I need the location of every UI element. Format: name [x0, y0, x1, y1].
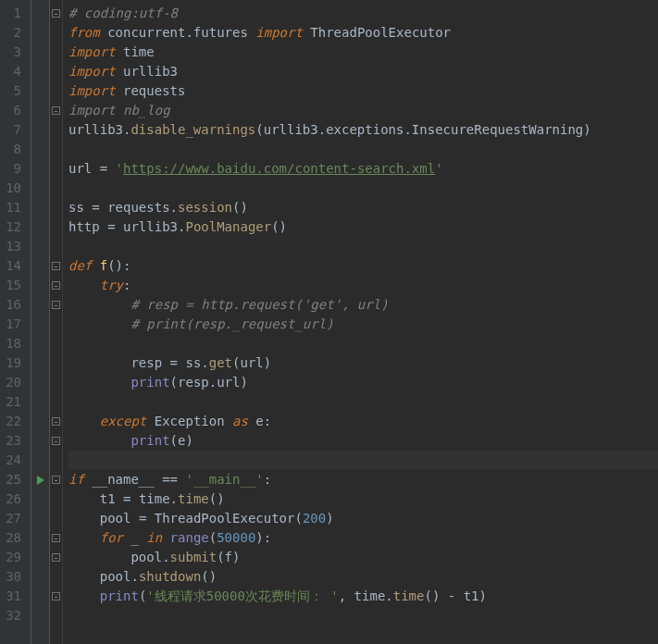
fold-handle[interactable]: -: [50, 276, 62, 295]
fold-handle[interactable]: [50, 353, 62, 373]
gutter-mark[interactable]: [31, 412, 49, 431]
code-line[interactable]: pool = ThreadPoolExecutor(200): [68, 509, 658, 528]
code-line[interactable]: [68, 451, 658, 470]
code-line[interactable]: if __name__ == '__main__':: [68, 470, 658, 489]
gutter-mark[interactable]: [31, 198, 49, 217]
line-number[interactable]: 16: [6, 295, 21, 315]
gutter-mark[interactable]: [31, 101, 49, 120]
gutter-mark[interactable]: [31, 237, 49, 256]
line-number[interactable]: 5: [6, 81, 21, 101]
fold-handle[interactable]: [50, 373, 62, 392]
fold-handle[interactable]: -: [50, 548, 62, 567]
gutter-mark[interactable]: [31, 295, 49, 315]
code-line[interactable]: # resp = http.request('get', url): [68, 295, 658, 315]
code-line[interactable]: from concurrent.futures import ThreadPoo…: [68, 23, 658, 43]
line-number[interactable]: 11: [6, 198, 21, 217]
gutter-mark[interactable]: [31, 256, 49, 276]
fold-handle[interactable]: [50, 606, 62, 625]
line-number[interactable]: 3: [6, 43, 21, 62]
line-number[interactable]: 2: [6, 23, 21, 43]
gutter-mark[interactable]: [31, 43, 49, 62]
line-number[interactable]: 8: [6, 140, 21, 159]
fold-handle[interactable]: [50, 179, 62, 198]
code-line[interactable]: url = 'https://www.baidu.com/content-sea…: [68, 159, 658, 179]
code-line[interactable]: http = urllib3.PoolManager(): [68, 217, 658, 237]
fold-column[interactable]: -----------: [50, 0, 63, 644]
code-line[interactable]: import time: [68, 43, 658, 62]
gutter-mark[interactable]: [31, 81, 49, 101]
code-line[interactable]: print('线程请求50000次花费时间： ', time.time() - …: [68, 587, 658, 606]
code-line[interactable]: for _ in range(50000):: [68, 528, 658, 548]
gutter-mark[interactable]: [31, 548, 49, 567]
line-number[interactable]: 24: [6, 451, 21, 470]
fold-handle[interactable]: [50, 315, 62, 334]
line-number[interactable]: 18: [6, 334, 21, 353]
fold-handle[interactable]: -: [50, 101, 62, 120]
fold-handle[interactable]: -: [50, 528, 62, 548]
line-number[interactable]: 12: [6, 217, 21, 237]
fold-handle[interactable]: -: [50, 587, 62, 606]
gutter-mark[interactable]: [31, 451, 49, 470]
fold-handle[interactable]: [50, 392, 62, 412]
line-number[interactable]: 19: [6, 353, 21, 373]
line-number[interactable]: 10: [6, 179, 21, 198]
code-editor[interactable]: 1234567891011121314151617181920212223242…: [0, 0, 658, 644]
line-number[interactable]: 21: [6, 392, 21, 412]
fold-handle[interactable]: [50, 198, 62, 217]
code-line[interactable]: [68, 140, 658, 159]
gutter-mark[interactable]: [31, 23, 49, 43]
fold-handle[interactable]: [50, 81, 62, 101]
fold-handle[interactable]: -: [50, 412, 62, 431]
fold-handle[interactable]: [50, 120, 62, 140]
line-number[interactable]: 7: [6, 120, 21, 140]
line-number[interactable]: 28: [6, 528, 21, 548]
code-line[interactable]: ss = requests.session(): [68, 198, 658, 217]
code-line[interactable]: urllib3.disable_warnings(urllib3.excepti…: [68, 120, 658, 140]
code-line[interactable]: resp = ss.get(url): [68, 353, 658, 373]
gutter-mark[interactable]: [31, 315, 49, 334]
line-number[interactable]: 22: [6, 412, 21, 431]
line-number[interactable]: 27: [6, 509, 21, 528]
line-number[interactable]: 32: [6, 606, 21, 625]
code-line[interactable]: import nb_log: [68, 101, 658, 120]
code-line[interactable]: print(resp.url): [68, 373, 658, 392]
gutter-mark[interactable]: [31, 120, 49, 140]
line-number[interactable]: 30: [6, 567, 21, 587]
code-area[interactable]: # coding:utf-8from concurrent.futures im…: [63, 0, 658, 644]
code-line[interactable]: [68, 179, 658, 198]
fold-handle[interactable]: [50, 334, 62, 353]
code-line[interactable]: pool.shutdown(): [68, 567, 658, 587]
gutter-mark[interactable]: [31, 373, 49, 392]
gutter-mark[interactable]: [31, 431, 49, 451]
gutter-marks[interactable]: [31, 0, 50, 644]
gutter-mark[interactable]: [31, 276, 49, 295]
fold-handle[interactable]: [50, 489, 62, 509]
code-line[interactable]: t1 = time.time(): [68, 489, 658, 509]
gutter-mark[interactable]: [31, 353, 49, 373]
line-number[interactable]: 26: [6, 489, 21, 509]
line-number[interactable]: 1: [6, 4, 21, 23]
gutter-mark[interactable]: [31, 334, 49, 353]
line-number-gutter[interactable]: 1234567891011121314151617181920212223242…: [0, 0, 31, 644]
fold-handle[interactable]: -: [50, 470, 62, 489]
line-number[interactable]: 6: [6, 101, 21, 120]
line-number[interactable]: 29: [6, 548, 21, 567]
fold-handle[interactable]: -: [50, 4, 62, 23]
gutter-mark[interactable]: [31, 587, 49, 606]
line-number[interactable]: 4: [6, 62, 21, 81]
gutter-mark[interactable]: [31, 567, 49, 587]
code-line[interactable]: # coding:utf-8: [68, 4, 658, 23]
code-line[interactable]: [68, 334, 658, 353]
code-line[interactable]: pool.submit(f): [68, 548, 658, 567]
code-line[interactable]: try:: [68, 276, 658, 295]
fold-handle[interactable]: [50, 43, 62, 62]
line-number[interactable]: 20: [6, 373, 21, 392]
line-number[interactable]: 25: [6, 470, 21, 489]
gutter-mark[interactable]: [31, 159, 49, 179]
fold-handle[interactable]: -: [50, 256, 62, 276]
gutter-mark[interactable]: [31, 217, 49, 237]
code-line[interactable]: print(e): [68, 431, 658, 451]
line-number[interactable]: 9: [6, 159, 21, 179]
fold-handle[interactable]: [50, 237, 62, 256]
fold-handle[interactable]: [50, 159, 62, 179]
